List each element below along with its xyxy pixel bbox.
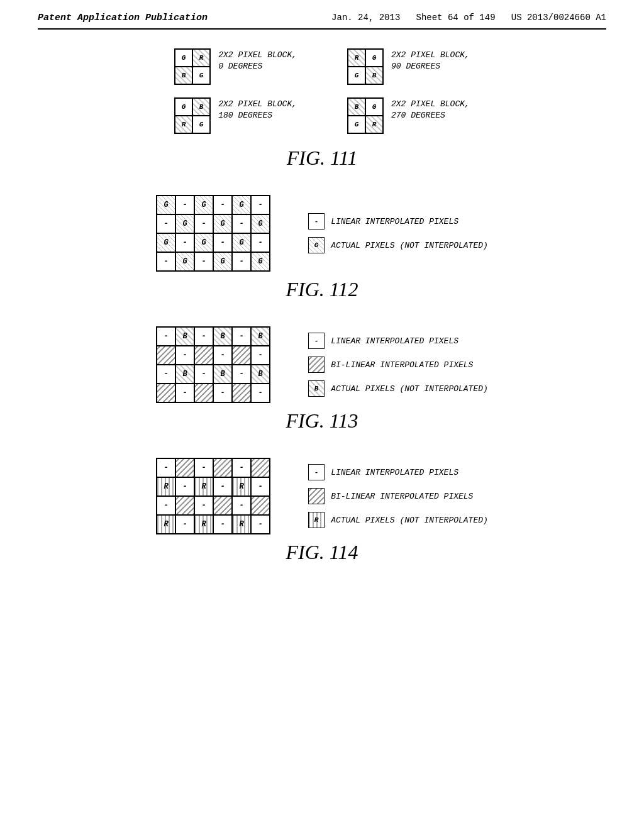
r3c1: G — [157, 233, 175, 252]
g113r1c6: B — [251, 327, 270, 346]
g114r4c6: - — [251, 515, 270, 534]
fig112-title: FIG. 112 — [38, 278, 606, 301]
header-title: Patent Application Publication — [38, 13, 208, 23]
legend-actual: G ACTUAL PIXELS (NOT INTERPOLATED) — [308, 237, 488, 253]
r4c1: - — [157, 252, 175, 271]
legend114-box-bilinear — [308, 488, 325, 504]
g114r1c2 — [175, 458, 194, 477]
g113r1c2: B — [175, 327, 194, 346]
fig112-section: G - G - G - - G - G - G G - G — [38, 195, 606, 301]
g114r1c6 — [251, 458, 270, 477]
r3c4: - — [213, 233, 232, 252]
legend-box-actual: G — [308, 237, 325, 253]
pixel-block-180deg: G B R G — [174, 97, 211, 134]
g113r2c5 — [232, 346, 251, 365]
g113r4c1 — [157, 384, 175, 402]
legend113-actual-text: ACTUAL PIXELS (NOT INTERPOLATED) — [331, 384, 488, 394]
fig113-legend: - LINEAR INTERPOLATED PIXELS BI-LINEAR I… — [308, 326, 488, 403]
g113r3c6: B — [251, 365, 270, 384]
r2c6: G — [251, 214, 270, 233]
g114r3c6 — [251, 496, 270, 515]
header-sheet: Sheet 64 of 149 — [416, 13, 496, 23]
cell-r-270: R — [365, 116, 383, 133]
g114r4c3: R — [194, 515, 213, 534]
fig113-grid: - B - B - B - - - - B - B — [156, 326, 270, 403]
fig113-content: - B - B - B - - - - B - B — [38, 326, 606, 403]
r1c6: - — [251, 196, 270, 214]
r2c1: - — [157, 214, 175, 233]
fig114-section: - - - R - R - R - - - — [38, 458, 606, 564]
g113r3c1: - — [157, 365, 175, 384]
label-90deg: 2X2 PIXEL BLOCK,90 DEGREES — [391, 48, 470, 72]
legend114-actual-text: ACTUAL PIXELS (NOT INTERPOLATED) — [331, 516, 488, 525]
fig111-row2: G B R G 2X2 PIXEL BLOCK,180 DEGREES B G … — [38, 97, 606, 134]
r3c2: - — [175, 233, 194, 252]
g113r3c5: - — [232, 365, 251, 384]
g113r4c3 — [194, 384, 213, 402]
r4c4: G — [213, 252, 232, 271]
fig114-legend: - LINEAR INTERPOLATED PIXELS BI-LINEAR I… — [308, 458, 488, 534]
header-info: Jan. 24, 2013 Sheet 64 of 149 US 2013/00… — [331, 13, 606, 23]
cell-g-90: G — [365, 49, 383, 67]
legend114-bilinear-text: BI-LINEAR INTERPOLATED PIXELS — [331, 492, 473, 501]
g113r2c4: - — [213, 346, 232, 365]
g113r2c1 — [157, 346, 175, 365]
label-270deg: 2X2 PIXEL BLOCK,270 DEGREES — [391, 97, 470, 121]
r4c3: - — [194, 252, 213, 271]
header-date: Jan. 24, 2013 — [331, 13, 400, 23]
g113r2c6: - — [251, 346, 270, 365]
cell-g-180: G — [175, 98, 192, 116]
g113r3c4: B — [213, 365, 232, 384]
g114r1c5: - — [232, 458, 251, 477]
fig111-item-270deg: B G G R 2X2 PIXEL BLOCK,270 DEGREES — [347, 97, 470, 134]
legend114-actual: R ACTUAL PIXELS (NOT INTERPOLATED) — [308, 512, 488, 528]
pixel-block-0deg: G R B G — [174, 48, 211, 85]
cell-b: B — [175, 67, 192, 84]
r2c4: G — [213, 214, 232, 233]
g113r1c5: - — [232, 327, 251, 346]
r3c3: G — [194, 233, 213, 252]
fig113-section: - B - B - B - - - - B - B — [38, 326, 606, 433]
legend114-box-linear: - — [308, 464, 325, 480]
g113r4c4: - — [213, 384, 232, 402]
r4c6: G — [251, 252, 270, 271]
g113r4c6: - — [251, 384, 270, 402]
cell-g-270: G — [365, 98, 383, 116]
fig111-section: G R B G 2X2 PIXEL BLOCK,0 DEGREES R G G … — [38, 48, 606, 170]
fig114-title: FIG. 114 — [38, 541, 606, 564]
r1c2: - — [175, 196, 194, 214]
label-180deg: 2X2 PIXEL BLOCK,180 DEGREES — [218, 97, 297, 121]
legend113-linear-text: LINEAR INTERPOLATED PIXELS — [331, 336, 458, 346]
legend-linear: - LINEAR INTERPOLATED PIXELS — [308, 213, 488, 230]
fig111-item-0deg: G R B G 2X2 PIXEL BLOCK,0 DEGREES — [174, 48, 297, 85]
g114r2c3: R — [194, 477, 213, 496]
cell-g2: G — [192, 67, 210, 84]
r4c5: - — [232, 252, 251, 271]
r2c2: G — [175, 214, 194, 233]
g114r3c5: - — [232, 496, 251, 515]
g113r1c3: - — [194, 327, 213, 346]
cell-g2-90: G — [348, 67, 365, 84]
fig112-grid-container: G - G - G - - G - G - G G - G — [156, 195, 270, 272]
legend113-box-linear: - — [308, 333, 325, 349]
g114r3c4 — [213, 496, 232, 515]
fig111-item-90deg: R G G B 2X2 PIXEL BLOCK,90 DEGREES — [347, 48, 470, 85]
g114r2c5: R — [232, 477, 251, 496]
g114r3c2 — [175, 496, 194, 515]
cell-g: G — [175, 49, 192, 67]
g113r1c4: B — [213, 327, 232, 346]
r3c6: - — [251, 233, 270, 252]
pixel-block-90deg: R G G B — [347, 48, 384, 85]
r4c2: G — [175, 252, 194, 271]
legend114-linear: - LINEAR INTERPOLATED PIXELS — [308, 464, 488, 480]
g114r2c4: - — [213, 477, 232, 496]
cell-g2-180: G — [192, 116, 210, 133]
cell-r: R — [192, 49, 210, 67]
r1c3: G — [194, 196, 213, 214]
legend-box-linear: - — [308, 213, 325, 230]
g114r4c4: - — [213, 515, 232, 534]
g113r1c1: - — [157, 327, 175, 346]
cell-r-180: R — [175, 116, 192, 133]
legend113-linear: - LINEAR INTERPOLATED PIXELS — [308, 333, 488, 349]
g114r3c3: - — [194, 496, 213, 515]
